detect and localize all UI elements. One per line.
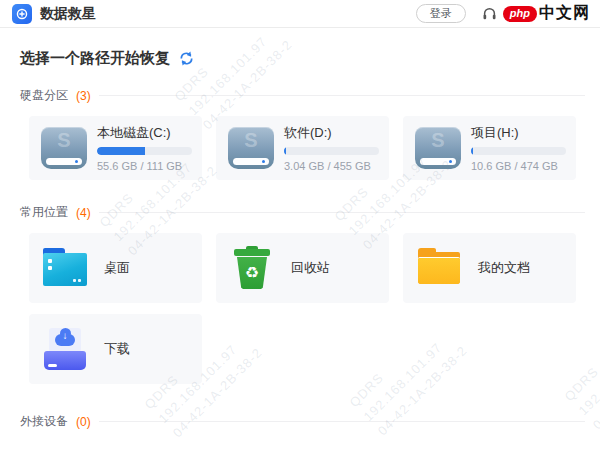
- section-divider: [99, 421, 585, 422]
- location-label: 我的文档: [478, 259, 530, 277]
- disk-usage-bar: [97, 147, 192, 155]
- disk-usage-text: 55.6 GB / 111 GB: [97, 160, 192, 172]
- download-icon: ↓: [43, 327, 87, 371]
- location-label: 回收站: [291, 259, 330, 277]
- disk-usage-text: 10.6 GB / 474 GB: [471, 160, 566, 172]
- hard-drive-icon: S: [415, 127, 461, 169]
- disk-usage-fill: [471, 147, 473, 155]
- disk-usage-bar: [284, 147, 379, 155]
- page-heading-row: 选择一个路径开始恢复: [20, 49, 585, 68]
- app-title: 数据救星: [40, 5, 96, 23]
- disk-card-d[interactable]: S 软件(D:) 3.04 GB / 455 GB: [216, 116, 389, 180]
- hard-drive-icon: S: [41, 127, 87, 169]
- page-title: 选择一个路径开始恢复: [20, 49, 170, 68]
- partitions-row: S 本地磁盘(C:) 55.6 GB / 111 GB S 软件(D:): [29, 116, 585, 180]
- location-card-documents[interactable]: 我的文档: [403, 233, 576, 303]
- desktop-folder-icon: [43, 246, 87, 290]
- recycle-glyph: ♻: [245, 265, 259, 281]
- app-logo-icon: [12, 4, 32, 24]
- disk-usage-text: 3.04 GB / 455 GB: [284, 160, 379, 172]
- section-label: 常用位置: [20, 204, 68, 221]
- headset-icon[interactable]: [482, 6, 497, 21]
- app-header: 数据救星 登录 php 中文网: [0, 0, 600, 28]
- section-divider: [99, 212, 585, 213]
- section-divider: [99, 95, 585, 96]
- documents-folder-icon: [417, 246, 461, 290]
- main-content: 选择一个路径开始恢复 硬盘分区(3) S 本地磁盘(C:): [0, 49, 600, 430]
- disk-info: 软件(D:) 3.04 GB / 455 GB: [284, 124, 379, 172]
- drive-led: [262, 160, 265, 163]
- disk-info: 项目(H:) 10.6 GB / 474 GB: [471, 124, 566, 172]
- location-label: 下载: [104, 340, 130, 358]
- location-label: 桌面: [104, 259, 130, 277]
- section-count: (0): [76, 415, 91, 429]
- disk-card-c[interactable]: S 本地磁盘(C:) 55.6 GB / 111 GB: [29, 116, 202, 180]
- locations-row-2: ↓ 下载: [29, 314, 585, 384]
- refresh-icon[interactable]: [179, 51, 194, 66]
- section-count: (4): [76, 206, 91, 220]
- login-button[interactable]: 登录: [416, 4, 466, 23]
- section-header-locations: 常用位置(4): [20, 204, 585, 221]
- drive-glyph: S: [228, 129, 274, 152]
- download-arrow-glyph: ↓: [55, 330, 75, 341]
- php-chinese-site-logo[interactable]: php 中文网: [503, 3, 590, 24]
- section-header-partitions: 硬盘分区(3): [20, 87, 585, 104]
- disk-name: 本地磁盘(C:): [97, 124, 192, 142]
- drive-led: [75, 160, 78, 163]
- disk-usage-fill: [284, 147, 286, 155]
- disk-info: 本地磁盘(C:) 55.6 GB / 111 GB: [97, 124, 192, 172]
- locations-row-1: 桌面 ♻ 回收站 我的文档: [29, 233, 585, 303]
- disk-name: 软件(D:): [284, 124, 379, 142]
- drive-glyph: S: [415, 129, 461, 152]
- disk-card-h[interactable]: S 项目(H:) 10.6 GB / 474 GB: [403, 116, 576, 180]
- brand-suffix-text: 中文网: [539, 3, 590, 24]
- drive-glyph: S: [41, 129, 87, 152]
- location-card-downloads[interactable]: ↓ 下载: [29, 314, 202, 384]
- recycle-bin-icon: ♻: [230, 246, 274, 290]
- php-logo-pill: php: [503, 6, 537, 22]
- section-header-external: 外接设备(0): [20, 413, 585, 430]
- section-label: 外接设备: [20, 413, 68, 430]
- section-count: (3): [76, 89, 91, 103]
- section-label: 硬盘分区: [20, 87, 68, 104]
- location-card-desktop[interactable]: 桌面: [29, 233, 202, 303]
- hard-drive-icon: S: [228, 127, 274, 169]
- location-card-recycle-bin[interactable]: ♻ 回收站: [216, 233, 389, 303]
- disk-usage-fill: [97, 147, 145, 155]
- drive-led: [449, 160, 452, 163]
- disk-usage-bar: [471, 147, 566, 155]
- disk-name: 项目(H:): [471, 124, 566, 142]
